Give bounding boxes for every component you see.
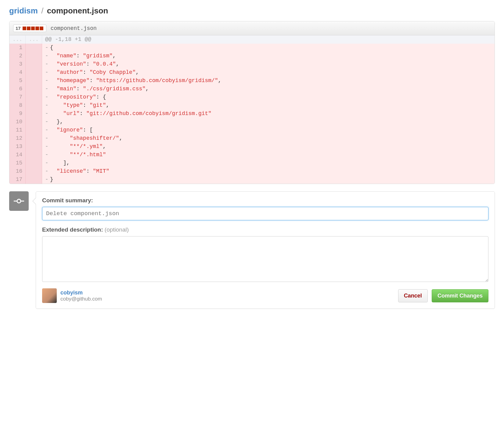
line-number-new: [26, 151, 42, 159]
line-number-old: 11: [9, 126, 26, 134]
speech-pointer: [32, 197, 36, 205]
line-number-new: [26, 175, 42, 184]
diff-line-content: - "**/*.html": [42, 151, 495, 159]
file-header: 17 component.json: [9, 21, 495, 35]
diff-line-content: - "repository": {: [42, 93, 495, 101]
line-number-new: [26, 85, 42, 93]
diff-file-box: 17 component.json ......@@ -1,18 +1 @@1-…: [9, 21, 495, 184]
commit-area: Commit summary: Extended description: (o…: [9, 191, 495, 309]
diff-line-deletion: 12- "shapeshifter/",: [9, 134, 495, 142]
line-number-old: 14: [9, 151, 26, 159]
commit-changes-button[interactable]: Commit Changes: [432, 289, 488, 302]
diff-line-content: - },: [42, 118, 495, 126]
line-number-old: 6: [9, 85, 26, 93]
line-number-old: ...: [9, 35, 26, 44]
diff-line-deletion: 13- "**/*.yml",: [9, 142, 495, 151]
commit-icon: [14, 198, 24, 204]
diff-line-content: -}: [42, 175, 495, 184]
line-number-old: 1: [9, 44, 26, 52]
line-number-new: [26, 44, 42, 52]
line-number-old: 10: [9, 118, 26, 126]
diff-line-deletion: 16- "license": "MIT": [9, 167, 495, 175]
diffstat-badge[interactable]: 17: [13, 24, 46, 32]
cancel-button[interactable]: Cancel: [398, 289, 428, 302]
line-number-old: 3: [9, 60, 26, 68]
diff-line-content: -{: [42, 44, 495, 52]
diff-line-content: - "version": "0.0.4",: [42, 60, 495, 68]
line-number-old: 7: [9, 93, 26, 101]
commit-description-label: Extended description: (optional): [42, 226, 129, 233]
commit-summary-input[interactable]: [42, 207, 488, 220]
diff-line-content: - "url": "git://github.com/cobyism/gridi…: [42, 110, 495, 118]
optional-hint: (optional): [105, 226, 129, 233]
user-email: coby@github.com: [60, 296, 102, 302]
line-number-old: 5: [9, 77, 26, 85]
hunk-header-row: ......@@ -1,18 +1 @@: [9, 35, 495, 44]
diff-line-content: - "license": "MIT": [42, 167, 495, 175]
diff-line-deletion: 8- "type": "git",: [9, 101, 495, 110]
diff-line-deletion: 6- "main": "./css/gridism.css",: [9, 85, 495, 93]
line-number-old: 16: [9, 167, 26, 175]
line-number-new: ...: [26, 35, 42, 44]
commit-description-textarea[interactable]: [42, 236, 488, 282]
line-number-new: [26, 110, 42, 118]
diff-line-content: - "shapeshifter/",: [42, 134, 495, 142]
commit-marker-avatar: [9, 191, 29, 211]
diff-line-deletion: 10- },: [9, 118, 495, 126]
line-number-new: [26, 68, 42, 77]
commit-footer: cobyism coby@github.com Cancel Commit Ch…: [42, 288, 488, 303]
line-number-old: 4: [9, 68, 26, 77]
repo-link[interactable]: gridism: [9, 6, 38, 15]
diff-line-deletion: 9- "url": "git://github.com/cobyism/grid…: [9, 110, 495, 118]
commit-form: Commit summary: Extended description: (o…: [36, 191, 495, 309]
diff-line-deletion: 11- "ignore": [: [9, 126, 495, 134]
diff-line-deletion: 5- "homepage": "https://github.com/cobyi…: [9, 77, 495, 85]
diffstat-count: 17: [16, 26, 21, 31]
line-number-old: 2: [9, 52, 26, 60]
file-name: component.json: [51, 25, 97, 31]
hunk-header-text: @@ -1,18 +1 @@: [42, 35, 495, 44]
diff-line-deletion: 7- "repository": {: [9, 93, 495, 101]
user-name[interactable]: cobyism: [60, 290, 102, 296]
breadcrumb-separator: /: [41, 6, 43, 15]
line-number-new: [26, 134, 42, 142]
diff-line-content: - "ignore": [: [42, 126, 495, 134]
breadcrumb: gridism / component.json: [9, 6, 495, 16]
diff-line-deletion: 2- "name": "gridism",: [9, 52, 495, 60]
diffstat-squares: [23, 27, 44, 30]
line-number-new: [26, 167, 42, 175]
diff-line-deletion: 1-{: [9, 44, 495, 52]
line-number-new: [26, 101, 42, 110]
svg-point-1: [17, 199, 21, 203]
diff-line-content: - ],: [42, 159, 495, 167]
line-number-old: 17: [9, 175, 26, 184]
diff-line-content: - "author": "Coby Chapple",: [42, 68, 495, 77]
diff-line-deletion: 17-}: [9, 175, 495, 184]
line-number-old: 12: [9, 134, 26, 142]
diff-line-deletion: 14- "**/*.html": [9, 151, 495, 159]
line-number-new: [26, 159, 42, 167]
user-avatar[interactable]: [42, 288, 57, 303]
line-number-new: [26, 93, 42, 101]
commit-summary-label: Commit summary:: [42, 197, 93, 204]
line-number-new: [26, 52, 42, 60]
diff-line-deletion: 3- "version": "0.0.4",: [9, 60, 495, 68]
line-number-new: [26, 142, 42, 151]
commit-user-block: cobyism coby@github.com: [42, 288, 102, 303]
line-number-new: [26, 60, 42, 68]
diff-line-content: - "name": "gridism",: [42, 52, 495, 60]
diff-line-deletion: 15- ],: [9, 159, 495, 167]
line-number-old: 15: [9, 159, 26, 167]
diff-line-content: - "main": "./css/gridism.css",: [42, 85, 495, 93]
line-number-old: 8: [9, 101, 26, 110]
diff-line-content: - "type": "git",: [42, 101, 495, 110]
diff-line-deletion: 4- "author": "Coby Chapple",: [9, 68, 495, 77]
line-number-new: [26, 126, 42, 134]
line-number-old: 13: [9, 142, 26, 151]
line-number-new: [26, 118, 42, 126]
diff-line-content: - "**/*.yml",: [42, 142, 495, 151]
line-number-old: 9: [9, 110, 26, 118]
breadcrumb-file: component.json: [47, 6, 108, 15]
commit-buttons: Cancel Commit Changes: [398, 289, 488, 302]
diff-table: ......@@ -1,18 +1 @@1-{2- "name": "gridi…: [9, 35, 495, 184]
